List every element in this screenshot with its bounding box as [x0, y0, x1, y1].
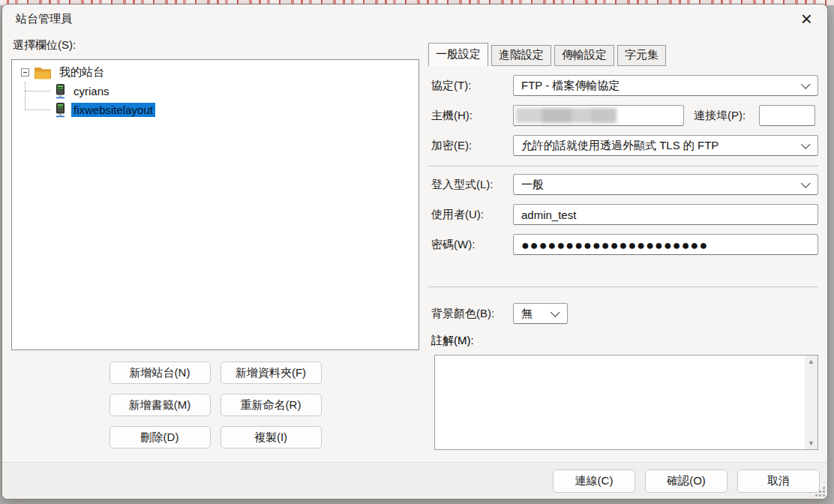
- chevron-down-icon: [801, 140, 811, 149]
- chevron-down-icon: [801, 178, 811, 188]
- protocol-label: 協定(T):: [428, 79, 513, 93]
- background-color-label: 背景顏色(B):: [428, 307, 513, 321]
- chevron-down-icon: [801, 80, 811, 89]
- site-tree[interactable]: 我的站台 cyrians: [11, 59, 419, 350]
- site-action-buttons: 新增站台(N) 新增資料夾(F) 新增書籤(M) 重新命名(R) 刪除(D) 複…: [110, 362, 322, 448]
- user-label: 使用者(U):: [428, 208, 513, 222]
- separator: [428, 166, 818, 166]
- comments-textarea[interactable]: [435, 356, 805, 449]
- close-icon[interactable]: ×: [796, 10, 817, 27]
- new-bookmark-button[interactable]: 新增書籤(M): [110, 394, 211, 416]
- tree-connector-line: [25, 82, 26, 110]
- tree-item-label-selected[interactable]: fixwebsitelayout: [71, 103, 155, 117]
- tab-transfer[interactable]: 傳輸設定: [554, 45, 614, 66]
- new-site-button[interactable]: 新增站台(N): [110, 362, 211, 384]
- encryption-label: 加密(E):: [428, 139, 513, 153]
- encryption-value: 允許的話就使用透過外顯式 TLS 的 FTP: [521, 139, 718, 153]
- connect-button[interactable]: 連線(C): [553, 470, 635, 493]
- tree-item-label[interactable]: cyrians: [71, 84, 112, 98]
- background-color-select[interactable]: 無: [513, 303, 568, 324]
- comments-field: ▲ ▼: [434, 355, 818, 450]
- host-label: 主機(H):: [428, 109, 513, 123]
- background-color-value: 無: [521, 307, 532, 321]
- separator: [428, 286, 818, 287]
- cancel-button[interactable]: 取消: [737, 470, 820, 493]
- chevron-down-icon: [550, 308, 560, 317]
- tree-root-label[interactable]: 我的站台: [57, 64, 106, 80]
- duplicate-button[interactable]: 複製(I): [220, 426, 322, 448]
- delete-button[interactable]: 刪除(D): [110, 426, 211, 448]
- new-folder-button[interactable]: 新增資料夾(F): [220, 362, 322, 384]
- scroll-down-icon[interactable]: ▼: [808, 440, 814, 447]
- user-input[interactable]: [513, 204, 818, 225]
- logon-type-value: 一般: [521, 178, 544, 192]
- folder-icon: [34, 66, 51, 80]
- server-icon: [55, 84, 66, 99]
- rename-button[interactable]: 重新命名(R): [220, 394, 322, 416]
- port-label: 連接埠(P):: [694, 109, 758, 123]
- server-icon: [55, 103, 66, 118]
- dialog-title: 站台管理員: [16, 12, 72, 26]
- tree-root-row[interactable]: 我的站台: [18, 63, 412, 82]
- protocol-select[interactable]: FTP - 檔案傳輸協定: [513, 75, 818, 96]
- port-input[interactable]: [759, 105, 815, 126]
- dialog-footer: 連線(C) 確認(O) 取消: [2, 462, 827, 499]
- scroll-up-icon[interactable]: ▲: [808, 358, 814, 365]
- encryption-select[interactable]: 允許的話就使用透過外顯式 TLS 的 FTP: [513, 135, 818, 156]
- tab-general[interactable]: 一般設定: [428, 43, 488, 66]
- redacted-host-blur: [516, 108, 616, 123]
- logon-type-label: 登入型式(L):: [428, 178, 513, 192]
- site-settings-panel: 一般設定 進階設定 傳輸設定 字元集 協定(T): FTP - 檔案傳輸協定 主…: [428, 33, 818, 462]
- tree-item-fixwebsitelayout[interactable]: fixwebsitelayout: [18, 100, 412, 119]
- tree-branch-line: [25, 91, 50, 92]
- logon-type-select[interactable]: 一般: [513, 174, 818, 195]
- password-label: 密碼(W):: [428, 238, 513, 252]
- select-entry-label: 選擇欄位(S):: [13, 38, 418, 52]
- site-manager-dialog: 站台管理員 × 選擇欄位(S): 我的站台: [2, 4, 828, 500]
- password-input[interactable]: [513, 234, 818, 255]
- titlebar: 站台管理員 ×: [2, 4, 827, 33]
- tree-branch-line: [25, 110, 50, 110]
- tab-charset[interactable]: 字元集: [617, 45, 666, 66]
- protocol-value: FTP - 檔案傳輸協定: [521, 79, 620, 93]
- ok-button[interactable]: 確認(O): [645, 470, 728, 493]
- settings-tabs: 一般設定 進階設定 傳輸設定 字元集: [428, 44, 818, 66]
- tab-advanced[interactable]: 進階設定: [491, 45, 551, 66]
- scrollbar[interactable]: ▲ ▼: [805, 356, 818, 449]
- comments-label: 註解(M):: [428, 334, 818, 348]
- tree-item-cyrians[interactable]: cyrians: [18, 82, 412, 100]
- tree-collapse-icon[interactable]: [21, 68, 29, 76]
- site-list-panel: 選擇欄位(S): 我的站台: [11, 33, 419, 462]
